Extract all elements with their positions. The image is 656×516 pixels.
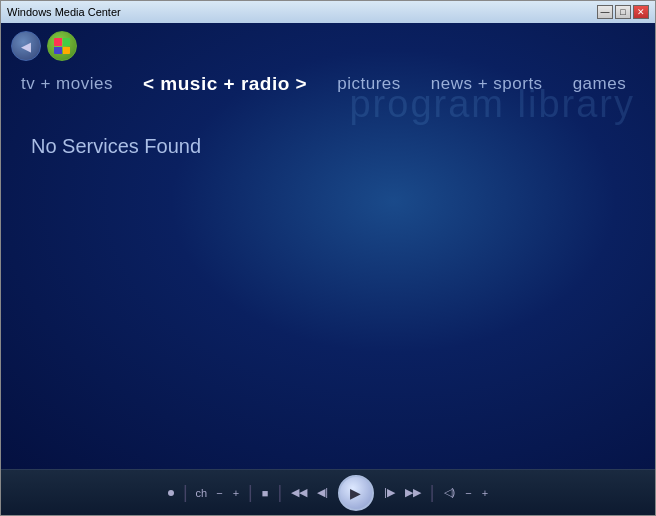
vol-minus-button[interactable]: − <box>462 485 474 501</box>
back-icon: ◀ <box>21 39 31 54</box>
skip-forward-button[interactable]: |▶ <box>381 484 398 501</box>
nav-item-news-sports[interactable]: news + sports <box>431 74 543 94</box>
windows-logo-icon <box>54 38 70 54</box>
nav-item-music-radio[interactable]: < music + radio > <box>143 73 307 95</box>
back-button[interactable]: ◀ <box>11 31 41 61</box>
nav-item-tv-movies[interactable]: tv + movies <box>21 74 113 94</box>
dot-icon <box>168 490 174 496</box>
separator-2: | <box>246 482 255 503</box>
volume-icon: ◁) <box>441 484 459 501</box>
play-button[interactable]: ▶ <box>338 475 374 511</box>
minimize-button[interactable]: — <box>597 5 613 19</box>
ch-plus-button[interactable]: + <box>230 485 242 501</box>
separator-3: | <box>275 482 284 503</box>
separator-4: | <box>428 482 437 503</box>
window-controls: — □ ✕ <box>597 5 649 19</box>
separator-1: | <box>181 482 190 503</box>
vol-plus-button[interactable]: + <box>479 485 491 501</box>
windows-button[interactable] <box>47 31 77 61</box>
rewind-button[interactable]: ◀◀ <box>288 484 310 501</box>
main-content: program library ◀ tv + movies < music + … <box>1 23 655 469</box>
skip-back-button[interactable]: ◀| <box>314 484 331 501</box>
title-bar: Windows Media Center — □ ✕ <box>1 1 655 23</box>
nav-item-games[interactable]: games <box>573 74 627 94</box>
content-area: No Services Found <box>1 105 655 469</box>
fast-forward-button[interactable]: ▶▶ <box>402 484 424 501</box>
nav-item-pictures[interactable]: pictures <box>337 74 401 94</box>
maximize-button[interactable]: □ <box>615 5 631 19</box>
no-services-text: No Services Found <box>31 135 201 158</box>
window: Windows Media Center — □ ✕ program libra… <box>0 0 656 516</box>
close-button[interactable]: ✕ <box>633 5 649 19</box>
ch-minus-button[interactable]: − <box>213 485 225 501</box>
control-bar: | ch − + | ■ | ◀◀ ◀| ▶ |▶ ▶▶ | ◁) − + <box>1 469 655 515</box>
dot-indicator <box>165 488 177 498</box>
window-title: Windows Media Center <box>7 6 121 18</box>
stop-button[interactable]: ■ <box>259 485 272 501</box>
top-bar: ◀ <box>1 23 655 69</box>
nav-menu: tv + movies < music + radio > pictures n… <box>1 69 655 105</box>
ch-label: ch <box>194 487 210 499</box>
